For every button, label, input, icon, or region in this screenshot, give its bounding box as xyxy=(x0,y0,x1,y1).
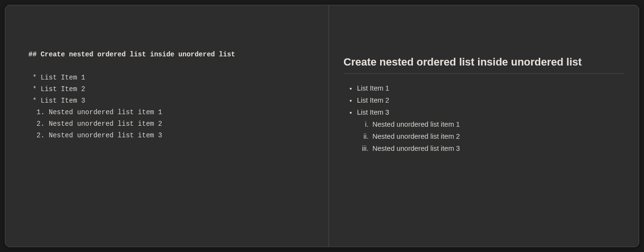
list-item: List Item 1 xyxy=(357,82,624,94)
list-item: Nested unordered list item 1 xyxy=(370,119,624,131)
list-item: List Item 3 Nested unordered list item 1… xyxy=(357,106,624,155)
markdown-source-pane[interactable]: ## Create nested ordered list inside uno… xyxy=(5,5,329,247)
source-line: 2. Nested unordered list item 2 xyxy=(28,118,309,130)
list-item: List Item 2 xyxy=(357,94,624,106)
list-item-label: List Item 3 xyxy=(357,108,389,116)
source-line: * List Item 1 xyxy=(28,72,309,83)
list-item: Nested unordered list item 2 xyxy=(370,131,624,143)
editor-window: ## Create nested ordered list inside uno… xyxy=(5,5,639,247)
preview-heading: Create nested ordered list inside unorde… xyxy=(343,56,624,74)
source-heading-line: ## Create nested ordered list inside uno… xyxy=(28,49,309,60)
source-line: 1. Nested unordered list item 1 xyxy=(28,106,309,118)
source-line: * List Item 3 xyxy=(28,95,309,106)
preview-nested-ordered-list: Nested unordered list item 1 Nested unor… xyxy=(357,119,624,155)
list-item: Nested unordered list item 3 xyxy=(370,143,624,155)
preview-unordered-list: List Item 1 List Item 2 List Item 3 Nest… xyxy=(343,82,624,155)
markdown-preview-pane: Create nested ordered list inside unorde… xyxy=(329,5,639,247)
source-line: * List Item 2 xyxy=(28,83,309,95)
source-line: 2. Nested unordered list item 3 xyxy=(28,130,309,141)
